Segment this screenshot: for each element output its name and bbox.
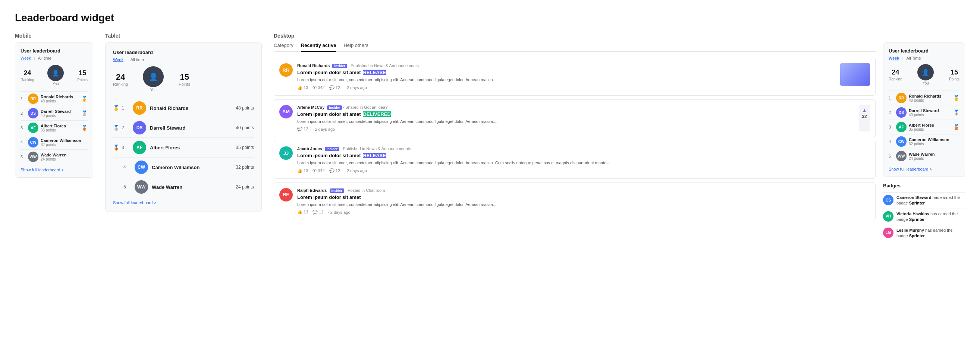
badge-avatar-cs: CS — [883, 195, 894, 205]
user-info: Darrell Steward 40 points — [41, 109, 81, 118]
feed-title-1[interactable]: Lorem ipsum dolor sit amet RELEASE — [297, 70, 836, 75]
sidebar-ranking-label: Ranking — [889, 77, 902, 81]
feed-avatar-am: AM — [279, 105, 293, 119]
comment-action-4[interactable]: 💬 12 — [312, 210, 323, 214]
mobile-ranking-label: Ranking — [21, 78, 34, 82]
feed-title-3[interactable]: Lorem ipsum dolor sit amet RELEASE — [297, 153, 870, 158]
feed-time-2: · 2 days ago — [312, 127, 335, 132]
sidebar-show-full-link[interactable]: Show full leaderboard > — [889, 167, 959, 171]
mobile-user-stats: 24 Ranking 👤 You 15 Points — [21, 65, 88, 86]
insider-badge-3: insider — [325, 147, 340, 151]
comment-action-3[interactable]: 💬 12 — [329, 168, 340, 173]
avatar: WW — [28, 152, 38, 162]
comment-action-1[interactable]: 💬 12 — [329, 85, 340, 90]
feed-content-2: Arlene McCoy insider · Shared in Got an … — [297, 105, 854, 132]
user-name: Albert Flores — [41, 124, 81, 128]
sidebar-filter-alltime[interactable]: All Time — [906, 56, 921, 60]
tablet-ranking-block: 24 Ranking — [113, 72, 128, 86]
main-layout: Mobile User leaderboard Week | All time … — [15, 33, 965, 241]
silver-medal-icon: 🥈 — [113, 125, 119, 131]
sidebar-user-avatar: 👤 — [917, 64, 934, 81]
feed-time-3: · 2 days ago — [345, 168, 367, 173]
list-item: LM Leslie Murphy has earned the badge Sp… — [883, 225, 965, 241]
user-info: Cameron Williamson 32 points — [909, 138, 959, 146]
user-points: 48 points — [235, 105, 254, 111]
desktop-section: Desktop Category Recently active Help ot… — [274, 33, 965, 241]
tabs: Category Recently active Help others — [274, 43, 876, 52]
feed-meta-4: Ralph Edwards insider · Posted in Chat r… — [297, 188, 870, 193]
table-row: 4 CW Cameron Williamson 32 points — [113, 157, 254, 177]
gold-medal-icon: 🥇 — [81, 96, 88, 102]
user-name: Ronald Richards — [150, 105, 235, 111]
user-info: Wade Warren 24 points — [909, 152, 959, 160]
mobile-filter-alltime[interactable]: All time — [38, 56, 51, 60]
tab-recently-active[interactable]: Recently active — [301, 43, 336, 52]
feed-title-2[interactable]: Lorem ipsum dolor sit amet DELIVERED — [297, 111, 854, 117]
view-action-3[interactable]: 👁 342 — [312, 168, 325, 173]
feed-card-2: AM Arlene McCoy insider · Shared in Got … — [274, 100, 876, 138]
vote-up-icon[interactable]: ▲ — [862, 107, 867, 113]
comment-action-2[interactable]: 💬 12 — [297, 127, 308, 132]
feed-actions-2: 💬 12 · 2 days ago — [297, 127, 854, 132]
tablet-leaderboard-list: 🥇 1 RR Ronald Richards 48 points 🥈 2 DS … — [113, 98, 254, 197]
user-points: 32 points — [235, 165, 254, 170]
sidebar-filter-week[interactable]: Week — [889, 56, 899, 60]
like-action-1[interactable]: 👍 13 — [297, 85, 308, 90]
bronze-medal-icon: 🥉 — [113, 144, 119, 151]
feed-meta-1: Ronald Richards insider · Published in N… — [297, 63, 836, 68]
like-action-3[interactable]: 👍 13 — [297, 168, 308, 173]
feed-title-4[interactable]: Lorem ipsum dolor sit amet — [297, 194, 870, 200]
avatar: RR — [133, 101, 146, 115]
user-points: 48 points — [41, 99, 81, 103]
badges-title: Badges — [883, 183, 965, 189]
bronze-medal-icon: 🥉 — [81, 125, 88, 131]
mobile-leaderboard-list: 1 RR Ronald Richards 48 points 🥇 2 DS Da… — [21, 91, 88, 164]
badge-text-lm: Leslie Murphy has earned the badge Sprin… — [896, 228, 965, 239]
tablet-filter-alltime[interactable]: All time — [130, 57, 144, 62]
tab-category[interactable]: Category — [274, 43, 293, 51]
badge-person-vh: Victoria Hawkins — [896, 211, 929, 216]
table-row: 4 CW Cameron Williamson 32 points — [889, 134, 959, 149]
mobile-section: Mobile User leaderboard Week | All time … — [15, 33, 93, 178]
rank-3: 3 — [21, 125, 26, 130]
vote-block-2[interactable]: ▲ 32 — [859, 105, 870, 132]
tablet-filter-week[interactable]: Week — [113, 57, 123, 62]
mobile-user-avatar-block: 👤 You — [47, 65, 64, 86]
avatar: CW — [135, 160, 148, 174]
vote-count-2: 32 — [862, 114, 867, 119]
bronze-medal-icon: 🥉 — [953, 124, 959, 130]
tablet-week-filter: Week | All time — [113, 57, 254, 62]
mobile-filter-week[interactable]: Week — [21, 56, 31, 60]
feed-content-3: Jacob Jones insider · Published in News … — [297, 146, 870, 173]
tablet-section-label: Tablet — [105, 33, 262, 39]
gold-medal-icon: 🥇 — [113, 105, 119, 111]
user-points: 32 points — [41, 143, 88, 147]
tab-help-others[interactable]: Help others — [344, 43, 368, 51]
feed-title-text-2: Lorem ipsum dolor sit amet — [297, 111, 361, 117]
mobile-widget-card: User leaderboard Week | All time 24 Rank… — [15, 43, 93, 178]
view-action-1[interactable]: 👁 342 — [312, 85, 325, 90]
sidebar-user-stats: 24 Ranking 👤 You 15 Points — [889, 64, 959, 85]
user-name: Darrell Steward — [150, 125, 235, 131]
rank: 3 — [122, 145, 129, 150]
sidebar-leaderboard-list: 1 RR Ronald Richards 48 points 🥇 2 DS — [889, 90, 959, 163]
badge-name-vh: Sprinter — [909, 217, 925, 222]
tablet-show-full-link[interactable]: Show full leaderboard > — [113, 200, 254, 205]
avatar: DS — [28, 108, 38, 119]
rank: 1 — [122, 105, 129, 111]
tablet-points-label: Points — [179, 82, 190, 86]
release-badge-1: RELEASE — [363, 70, 386, 75]
user-name: Albert Flores — [150, 145, 235, 151]
show-full-leaderboard-link[interactable]: Show full leaderboard > — [21, 168, 88, 172]
user-info: Ronald Richards 48 points — [909, 94, 953, 102]
desktop-section-label: Desktop — [274, 33, 965, 39]
table-row: 1 RR Ronald Richards 48 points 🥇 — [21, 91, 88, 106]
like-action-4[interactable]: 👍 13 — [297, 210, 308, 214]
user-name: Ronald Richards — [41, 95, 81, 99]
release-badge-3: RELEASE — [363, 153, 386, 158]
insider-badge-2: insider — [327, 105, 342, 110]
mobile-section-label: Mobile — [15, 33, 93, 39]
tablet-widget-title: User leaderboard — [113, 49, 254, 55]
rank-4: 4 — [21, 140, 26, 144]
user-name: Darrell Steward — [41, 109, 81, 114]
